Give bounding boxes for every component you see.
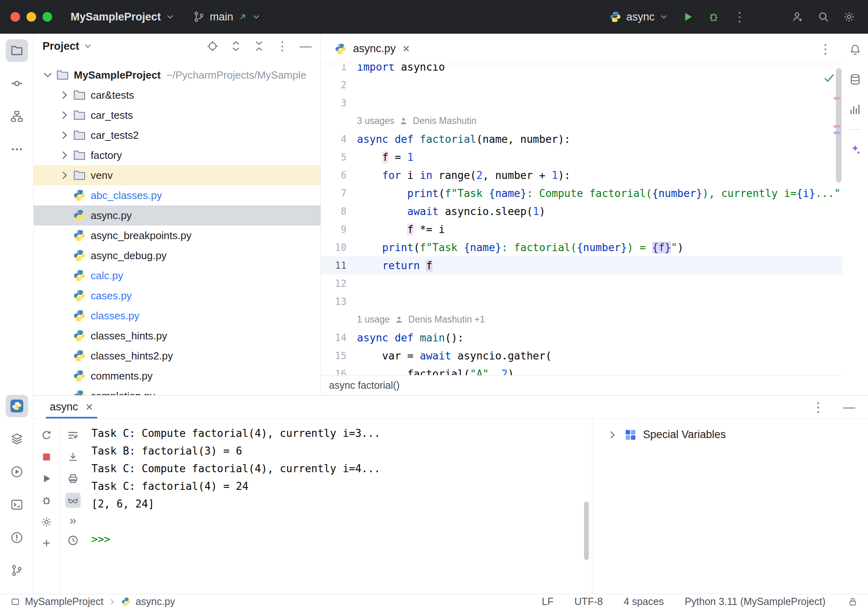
- status-item[interactable]: Python 3.11 (MySampleProject): [685, 596, 825, 607]
- terminal-toolwindow-button[interactable]: [6, 493, 28, 516]
- editor-breadcrumbs[interactable]: async factorial(): [321, 375, 842, 395]
- scroll-to-end-button[interactable]: [65, 449, 81, 465]
- commit-toolwindow-button[interactable]: [6, 72, 28, 95]
- console-scrollbar[interactable]: [584, 501, 589, 560]
- usages-hint[interactable]: 3 usages: [357, 116, 394, 126]
- code-line-3[interactable]: 3: [321, 94, 842, 112]
- inspections-ok-icon[interactable]: [823, 72, 835, 84]
- author-hint[interactable]: Denis Mashutin +1: [408, 314, 485, 325]
- tree-item-classes-hints-py[interactable]: classes_hints.py: [34, 326, 320, 346]
- code-line-1[interactable]: 1import asyncio: [321, 64, 842, 76]
- show-variables-button[interactable]: [65, 493, 81, 508]
- editor-tab-async-py[interactable]: async.py ✕: [327, 34, 418, 64]
- close-window-button[interactable]: [10, 12, 20, 22]
- debug-button[interactable]: [708, 11, 720, 23]
- browse-history-button[interactable]: »: [69, 514, 76, 526]
- new-console-button[interactable]: +: [43, 536, 51, 550]
- console-tab-async[interactable]: async ✕: [46, 396, 97, 418]
- code-line-16[interactable]: 16 factorial("A", 2): [321, 365, 842, 375]
- code-line-7[interactable]: 7 print(f"Task {name}: Compute factorial…: [321, 184, 842, 202]
- usages-hint[interactable]: 1 usage: [357, 314, 390, 325]
- problems-toolwindow-button[interactable]: [6, 526, 28, 549]
- code-line-14[interactable]: 14async def main():: [321, 329, 842, 347]
- vcs-widget[interactable]: main: [193, 11, 261, 23]
- project-widget[interactable]: MySampleProject: [71, 11, 174, 23]
- code-line-9[interactable]: 9 f *= i: [321, 220, 842, 238]
- code-line-13[interactable]: 13: [321, 292, 842, 311]
- soft-wrap-button[interactable]: [65, 428, 81, 443]
- minimize-window-button[interactable]: [26, 12, 36, 22]
- lock-icon[interactable]: [848, 597, 858, 607]
- chevron-right-icon[interactable]: [59, 169, 71, 181]
- tree-item-mysampleproject[interactable]: MySampleProject~/PycharmProjects/MySampl…: [34, 65, 320, 85]
- code-line-12[interactable]: 12: [321, 274, 842, 292]
- run-button[interactable]: [682, 11, 694, 23]
- status-item[interactable]: LF: [542, 596, 554, 607]
- tree-item-cases-py[interactable]: cases.py: [34, 286, 320, 306]
- code-line-4[interactable]: 4async def factorial(name, number):: [321, 130, 842, 148]
- project-window-icon[interactable]: [10, 597, 20, 607]
- services-toolwindow-button[interactable]: [6, 428, 28, 450]
- more-actions-button[interactable]: ⋮: [733, 10, 746, 23]
- history-button[interactable]: [65, 533, 81, 548]
- stripe-mark[interactable]: [834, 97, 841, 99]
- chevron-right-icon[interactable]: [59, 129, 71, 141]
- zoom-window-button[interactable]: [43, 12, 52, 22]
- close-tab-icon[interactable]: ✕: [402, 43, 410, 55]
- project-toolwindow-button[interactable]: [6, 39, 28, 62]
- rerun-button[interactable]: [39, 428, 54, 443]
- code-line-6[interactable]: 6 for i in range(2, number + 1):: [321, 166, 842, 184]
- code-line-10[interactable]: 10 print(f"Task {name}: factorial({numbe…: [321, 238, 842, 256]
- code-line-11[interactable]: 11 return f: [321, 256, 842, 274]
- search-everywhere-icon[interactable]: [817, 11, 829, 23]
- select-opened-file-icon[interactable]: [207, 40, 219, 52]
- stripe-mark[interactable]: [834, 125, 841, 128]
- close-tab-icon[interactable]: ✕: [85, 402, 93, 413]
- tree-item-async-breakpoints-py[interactable]: async_breakpoints.py: [34, 225, 320, 246]
- code-vision-inlay[interactable]: 1 usageDenis Mashutin +1: [321, 311, 842, 329]
- hide-console-button[interactable]: —: [843, 400, 855, 414]
- ai-assistant-button[interactable]: [845, 139, 866, 160]
- tree-item-venv[interactable]: venv: [34, 165, 320, 185]
- profiler-toolwindow-button[interactable]: [845, 99, 866, 120]
- code-with-me-icon[interactable]: [792, 11, 804, 23]
- chevron-down-icon[interactable]: [42, 69, 54, 81]
- attach-debugger-button[interactable]: [39, 493, 54, 508]
- print-button[interactable]: [65, 471, 81, 486]
- more-toolwindows-button[interactable]: [6, 138, 28, 160]
- chevron-right-icon[interactable]: [607, 429, 618, 441]
- tree-item-factory[interactable]: factory: [34, 145, 320, 165]
- tree-item-completion-py[interactable]: completion.py: [34, 386, 320, 395]
- console-options-button[interactable]: ⋮: [812, 401, 825, 414]
- run-configuration-selector[interactable]: async: [609, 11, 668, 23]
- status-item[interactable]: 4 spaces: [624, 596, 664, 607]
- tree-item-car-tests2[interactable]: car_tests2: [34, 125, 320, 145]
- expand-all-icon[interactable]: [230, 40, 242, 52]
- settings-gear-icon[interactable]: [843, 11, 855, 23]
- python-console-toolwindow-button[interactable]: [6, 395, 28, 417]
- tree-item-classes-hints2-py[interactable]: classes_hints2.py: [34, 346, 320, 366]
- tree-item-car-tests[interactable]: car_tests: [34, 105, 320, 125]
- collapse-all-icon[interactable]: [253, 40, 265, 52]
- hide-panel-button[interactable]: —: [300, 40, 312, 52]
- project-panel-options-button[interactable]: ⋮: [276, 40, 288, 52]
- status-breadcrumb-project[interactable]: MySampleProject: [25, 596, 103, 607]
- editor-tab-options-button[interactable]: ⋮: [819, 43, 832, 55]
- tree-item-async-debug-py[interactable]: async_debug.py: [34, 246, 320, 266]
- code-vision-inlay[interactable]: 3 usagesDenis Mashutin: [321, 112, 842, 130]
- code-line-15[interactable]: 15 var = await asyncio.gather(: [321, 347, 842, 365]
- structure-toolwindow-button[interactable]: [6, 105, 28, 128]
- status-breadcrumb-file[interactable]: async.py: [136, 596, 175, 607]
- editor-body[interactable]: 1import asyncio233 usagesDenis Mashutin4…: [321, 64, 842, 375]
- special-variables-group[interactable]: Special Variables: [607, 428, 868, 441]
- console-settings-button[interactable]: [39, 514, 54, 530]
- notifications-button[interactable]: [845, 39, 866, 60]
- stripe-mark[interactable]: [834, 132, 841, 134]
- chevron-right-icon[interactable]: [59, 149, 71, 161]
- execute-button[interactable]: [39, 471, 54, 486]
- code-line-8[interactable]: 8 await asyncio.sleep(1): [321, 202, 842, 220]
- chevron-down-icon[interactable]: [83, 42, 92, 51]
- code-line-5[interactable]: 5 f = 1: [321, 148, 842, 166]
- run-toolwindow-button[interactable]: [6, 461, 28, 483]
- author-hint[interactable]: Denis Mashutin: [413, 116, 477, 126]
